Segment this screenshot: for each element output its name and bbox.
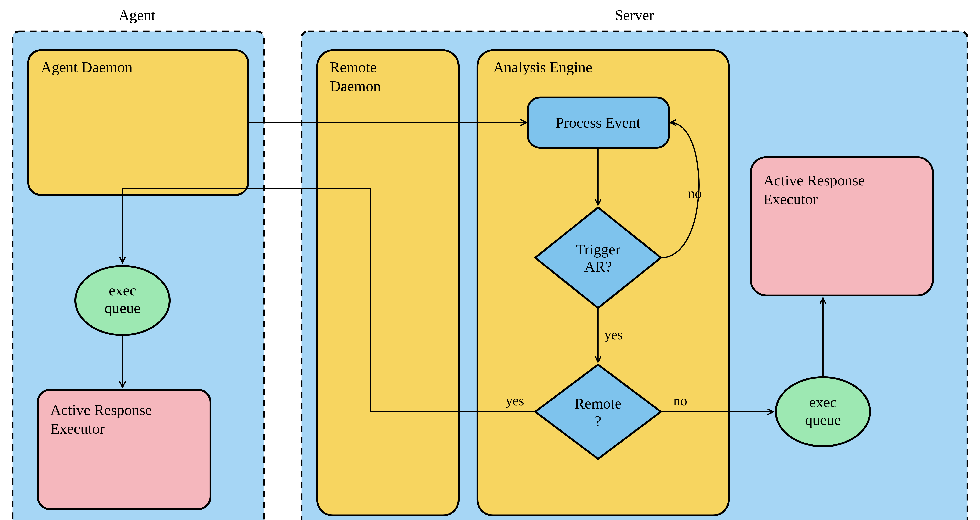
remote-q-line2: ? (595, 413, 601, 429)
agent-ar-executor-line1: Active Response (50, 402, 152, 418)
remote-daemon-line1: Remote (330, 59, 377, 75)
agent-ar-executor-line2: Executor (50, 420, 105, 437)
server-ar-executor-line2: Executor (763, 191, 818, 207)
edge-remoteq-no-label: no (673, 393, 687, 408)
agent-exec-queue-line2: queue (105, 300, 140, 316)
remote-q-line1: Remote (574, 395, 622, 412)
diagram-canvas: Agent Agent Daemon exec queue Active Res… (0, 0, 980, 520)
agent-daemon-label: Agent Daemon (41, 59, 132, 75)
analysis-engine-label: Analysis Engine (493, 59, 592, 75)
edge-triggerar-no-label: no (688, 186, 702, 201)
remote-daemon-node (317, 50, 458, 515)
edge-remoteq-yes-label: yes (506, 393, 524, 408)
agent-exec-queue-line1: exec (109, 282, 136, 299)
edge-triggerar-yes-label: yes (604, 327, 623, 342)
server-group-title: Server (615, 6, 654, 24)
agent-group-title: Agent (118, 6, 155, 24)
server-ar-executor-line1: Active Response (763, 172, 865, 189)
server-exec-queue-line1: exec (809, 394, 837, 411)
process-event-label: Process Event (555, 114, 641, 131)
remote-daemon-line2: Daemon (330, 78, 381, 94)
server-exec-queue-line2: queue (805, 412, 841, 428)
trigger-ar-line1: Trigger (576, 241, 620, 258)
trigger-ar-line2: AR? (584, 258, 612, 275)
